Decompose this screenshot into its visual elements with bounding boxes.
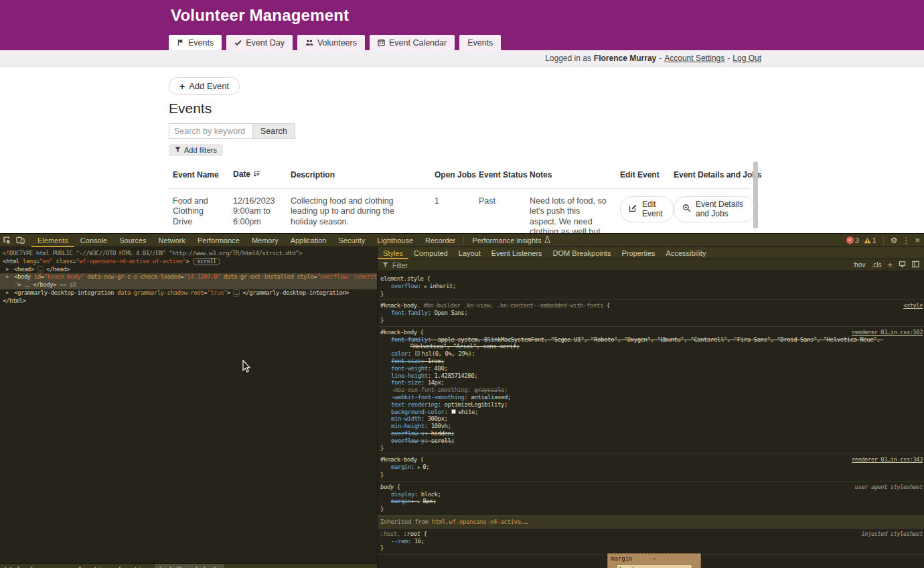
style-source-link[interactable]: renderer_03…in.css:343: [852, 456, 923, 464]
collapsed-content-icon[interactable]: …: [37, 266, 44, 273]
breadcrumb-item[interactable]: html.wf-opensans-n4-active.wf-active: [0, 564, 155, 568]
page-title: Events: [169, 100, 212, 117]
table-scrollbar[interactable]: [753, 161, 758, 228]
nav-tab-events[interactable]: Events: [169, 35, 222, 50]
event-details-and-jobs-button[interactable]: Event Details and Jobs: [674, 196, 755, 222]
dom-tree-line[interactable]: <html lang="en" class="wf-opensans-n4-ac…: [0, 258, 377, 266]
settings-gear-icon[interactable]: ⚙: [891, 236, 898, 244]
css-property[interactable]: -webkit-font-smoothing: antialiased;: [380, 394, 921, 401]
css-property[interactable]: font-family: -apple-system, BlinkMacSyst…: [380, 336, 921, 351]
devtools-tab-security[interactable]: Security: [332, 234, 371, 247]
color-swatch[interactable]: [415, 351, 420, 356]
device-toolbar-icon[interactable]: [13, 234, 27, 247]
style-rule: <style#knack-body, #kn-builder .kn-view,…: [378, 300, 924, 326]
nav-tab-event-calendar[interactable]: Event Calendar: [370, 35, 455, 50]
devtools-tab-elements[interactable]: Elements: [31, 234, 74, 247]
styles-tab-dom-breakpoints[interactable]: DOM Breakpoints: [548, 247, 617, 259]
styles-tab-layout[interactable]: Layout: [453, 247, 486, 259]
add-event-button[interactable]: + Add Event: [169, 77, 240, 95]
styles-tab-computed[interactable]: Computed: [408, 247, 453, 259]
css-property[interactable]: margin: ▶ 0;: [380, 464, 921, 472]
css-property[interactable]: font-size: 1rem;: [380, 358, 921, 365]
search-button[interactable]: Search: [253, 123, 295, 139]
close-devtools-icon[interactable]: ×: [915, 236, 920, 244]
css-property[interactable]: text-rendering: optimizeLegibility;: [380, 401, 921, 409]
expand-arrow-icon[interactable]: ▶: [6, 289, 9, 297]
style-source-link[interactable]: renderer_03…in.css:502: [852, 329, 923, 336]
account-settings-link[interactable]: Account Settings: [664, 54, 724, 63]
nav-tab-event-day[interactable]: Event Day: [226, 35, 293, 50]
nav-tab-volunteers[interactable]: Volunteers: [297, 35, 365, 50]
css-property[interactable]: background-color: white;: [380, 409, 921, 416]
dom-tree-line[interactable]: </html>: [0, 297, 377, 305]
console-errors-badge[interactable]: × 3: [846, 236, 859, 244]
css-property[interactable]: line-height: 1.4285714286;: [380, 372, 921, 380]
css-property[interactable]: overflow: ▶ inherit;: [380, 283, 921, 291]
css-property[interactable]: display: block;: [380, 491, 921, 498]
column-header-open-jobs[interactable]: Open Jobs: [431, 161, 475, 189]
css-property[interactable]: overflow-x: hidden;: [380, 430, 921, 437]
css-property[interactable]: font-size: 14px;: [380, 379, 921, 386]
style-rule: element.style {overflow: ▶ inherit;}: [378, 273, 924, 300]
devtools-tab-performance[interactable]: Performance: [191, 234, 246, 247]
css-property[interactable]: font-weight: 400;: [380, 365, 921, 372]
breadcrumb-item[interactable]: body#knack-body: [155, 564, 224, 568]
collapsed-content-icon[interactable]: …: [23, 281, 30, 289]
rendering-emulations-icon[interactable]: [899, 261, 906, 269]
kebab-menu-icon[interactable]: ⋮: [902, 236, 910, 244]
css-property[interactable]: font-family: Open Sans;: [380, 309, 921, 317]
css-property[interactable]: --rem: 16;: [380, 538, 921, 545]
box-model-diagram[interactable]: margin − border −: [607, 553, 701, 568]
nav-tab-events[interactable]: Events: [459, 35, 501, 50]
console-warnings-badge[interactable]: 1: [864, 234, 876, 246]
log-out-link[interactable]: Log Out: [733, 54, 761, 63]
devtools-tab-memory[interactable]: Memory: [246, 234, 285, 247]
inherited-from-link[interactable]: html.wf-opensans-n4-active.…: [432, 518, 528, 525]
computed-sidebar-toggle-icon[interactable]: [912, 261, 919, 269]
dom-tree-line[interactable]: <!DOCTYPE html PUBLIC "-//W3C//DTD HTML …: [0, 250, 377, 258]
style-source-link[interactable]: <style: [903, 302, 923, 309]
column-header-edit-event[interactable]: Edit Event: [616, 161, 670, 189]
css-property[interactable]: min-width: 300px;: [380, 415, 921, 423]
devtools-tab-recorder[interactable]: Recorder: [419, 234, 461, 247]
add-filters-button[interactable]: Add filters: [169, 144, 223, 156]
styles-tab-event-listeners[interactable]: Event Listeners: [486, 247, 548, 259]
dom-tree-line[interactable]: ">…</body> == $0: [0, 281, 377, 289]
devtools-tab-application[interactable]: Application: [285, 234, 333, 247]
expand-arrow-icon[interactable]: ▶: [6, 273, 9, 281]
css-property[interactable]: overflow-y: scroll;: [380, 437, 921, 445]
dom-tree-line[interactable]: ▶<grammarly-desktop-integration data-gra…: [0, 289, 377, 297]
box-model-border-box[interactable]: border −: [616, 564, 692, 568]
styles-tab-styles[interactable]: Styles: [378, 247, 408, 259]
dom-tree-line[interactable]: ▶<head>…</head>: [0, 266, 377, 274]
toggle-element-state-button[interactable]: :hov: [853, 261, 866, 269]
collapsed-content-icon[interactable]: …: [233, 289, 240, 297]
new-style-rule-button[interactable]: +: [887, 260, 893, 270]
color-swatch[interactable]: [451, 409, 456, 414]
column-header-description[interactable]: Description: [287, 161, 431, 189]
column-header-notes[interactable]: Notes: [526, 161, 616, 189]
element-classes-button[interactable]: .cls: [871, 261, 881, 269]
expand-arrow-icon[interactable]: ▶: [6, 266, 9, 274]
column-header-event-details-and-jobs[interactable]: Event Details and Jobs: [670, 161, 750, 189]
css-property[interactable]: color: hsl(0, 0%, 29%);: [380, 350, 921, 358]
css-property[interactable]: margin: ▶ 8px;: [380, 498, 921, 506]
styles-tab-accessibility[interactable]: Accessibility: [661, 247, 712, 259]
css-property[interactable]: -moz-osx-font-smoothing: grayscale;: [380, 386, 921, 394]
column-header-date[interactable]: Date: [229, 161, 287, 189]
sort-descending-icon[interactable]: [253, 170, 260, 180]
filter-input[interactable]: Filter: [392, 261, 408, 269]
search-input[interactable]: [169, 123, 253, 139]
devtools-tab-lighthouse[interactable]: Lighthouse: [371, 234, 419, 247]
column-header-event-status[interactable]: Event Status: [475, 161, 526, 189]
column-header-event-name[interactable]: Event Name: [169, 161, 229, 189]
edit-event-button[interactable]: Edit Event: [620, 196, 674, 222]
styles-tab-properties[interactable]: Properties: [616, 247, 660, 259]
dom-tree-line[interactable]: ▶<body id="knack-body" data-new-gr-c-s-c…: [0, 273, 377, 281]
devtools-tab-performance-insights[interactable]: Performance insights: [466, 234, 556, 247]
inspect-element-icon[interactable]: [0, 234, 13, 247]
css-property[interactable]: min-height: 100vh;: [380, 423, 921, 430]
devtools-tab-sources[interactable]: Sources: [113, 234, 152, 247]
devtools-tab-console[interactable]: Console: [74, 234, 113, 247]
devtools-tab-network[interactable]: Network: [153, 234, 191, 247]
